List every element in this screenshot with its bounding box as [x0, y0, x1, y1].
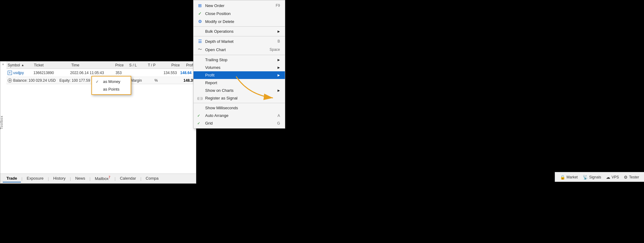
menu-item-new-order-shortcut: F9 [276, 3, 280, 8]
cell-time: 2022.06.14 11:05:43 [70, 71, 107, 75]
tester-icon: ⚙ [624, 175, 628, 180]
summary-percent: % [155, 78, 158, 83]
arrow-right-icon: ▶ [278, 30, 280, 33]
cell-profit: 148.64 [177, 71, 192, 75]
menu-item-new-order-label: New Order [205, 3, 273, 8]
menu-item-show-on-charts-label: Show on Charts [205, 88, 273, 93]
profit-submenu: ✓ as Money ✓ as Points [91, 76, 131, 95]
tab-history[interactable]: History [49, 175, 69, 182]
tab-exposure[interactable]: Exposure [23, 175, 47, 182]
menu-item-depth-of-market-label: Depth of Market [205, 39, 275, 44]
divider-4 [194, 103, 285, 103]
bottom-right-bar: 🔒 Market 📡 Signals ☁ VPS ⚙ Tester [555, 172, 644, 182]
close-button[interactable]: × [1, 62, 5, 66]
as-money-check-icon: ✓ [96, 80, 101, 84]
divider-1 [194, 26, 285, 27]
menu-item-close-position[interactable]: ✓ Close Position [194, 9, 285, 17]
divider-3 [194, 55, 285, 55]
menu-item-trailing-stop-label: Trailing Stop [205, 58, 273, 62]
menu-item-grid-shortcut: G [277, 121, 280, 125]
menu-item-volumes[interactable]: Volumes ▶ [194, 64, 285, 71]
menu-item-auto-arrange-label: Auto Arrange [205, 113, 275, 118]
col-price-header: Price [109, 63, 124, 67]
tab-news[interactable]: News [71, 175, 89, 182]
menu-item-report-label: Report [205, 80, 280, 85]
cell-symbol: ≡ usdjpy [8, 71, 33, 75]
market-button[interactable]: 🔒 Market [560, 175, 578, 180]
divider-2 [194, 36, 285, 36]
menu-item-register-signal[interactable]: ((·)) Register as Signal [194, 94, 285, 102]
menu-item-bulk-operations[interactable]: Bulk Operations ▶ [194, 28, 285, 35]
signals-icon: 📡 [583, 175, 588, 180]
col-ticket-header: Ticket [34, 63, 71, 67]
context-menu: ⊞ New Order F9 ✓ Close Position ⚙ Modify… [193, 0, 285, 129]
menu-item-show-milliseconds[interactable]: Show Milliseconds [194, 104, 285, 112]
chart-icon: 〜 [197, 47, 203, 52]
table-icon: ☰ [197, 39, 203, 44]
grid-check-icon: ✓ [197, 121, 203, 125]
menu-item-report[interactable]: Report [194, 79, 285, 87]
menu-item-new-order[interactable]: ⊞ New Order F9 [194, 2, 285, 9]
col-sl-header: S / L [124, 63, 142, 67]
menu-item-volumes-label: Volumes [205, 65, 273, 70]
menu-item-bulk-operations-label: Bulk Operations [205, 29, 273, 34]
auto-arrange-check-icon: ✓ [197, 114, 203, 118]
submenu-item-as-money-label: as Money [103, 79, 120, 84]
tester-button[interactable]: ⚙ Tester [624, 175, 639, 180]
menu-item-depth-of-market[interactable]: ☰ Depth of Market B [194, 37, 285, 45]
menu-item-modify-delete[interactable]: ⚙ Modify or Delete [194, 17, 285, 25]
menu-item-depth-of-market-shortcut: B [278, 39, 280, 43]
check-icon: ✓ [197, 11, 203, 16]
menu-item-grid-label: Grid [205, 121, 275, 125]
menu-item-register-signal-label: Register as Signal [205, 96, 280, 100]
signal-icon: ((·)) [197, 96, 203, 100]
col-time-header: Time [71, 63, 109, 67]
cell-price2: 134.553 [159, 71, 177, 75]
submenu-item-as-money[interactable]: ✓ as Money [92, 78, 131, 85]
col-symbol-header: Symbol ▲ [8, 63, 34, 67]
bottom-tabs: Trade | Exposure | History | News | Mail… [0, 174, 196, 183]
menu-item-profit[interactable]: Profit ▶ [194, 71, 285, 79]
col-tp-header: T / P [142, 63, 161, 67]
sort-arrow-icon: ▲ [21, 63, 24, 67]
menu-item-open-chart[interactable]: 〜 Open Chart Space [194, 45, 285, 54]
menu-item-show-on-charts[interactable]: Show on Charts ▶ [194, 87, 285, 94]
market-icon: 🔒 [560, 175, 565, 180]
col-profit-header: Profit [180, 63, 195, 67]
cell-ticket: 1366213890 [33, 71, 70, 75]
menu-item-auto-arrange-shortcut: A [278, 114, 280, 118]
tab-company[interactable]: Compa [142, 175, 162, 182]
menu-item-profit-label: Profit [205, 73, 273, 77]
menu-item-grid[interactable]: ✓ Grid G [194, 119, 285, 127]
menu-item-auto-arrange[interactable]: ✓ Auto Arrange A [194, 112, 285, 119]
gear-icon: ⚙ [197, 19, 203, 24]
tab-calendar[interactable]: Calendar [116, 175, 140, 182]
col-price2-header: Price [161, 63, 180, 67]
submenu-item-as-points[interactable]: ✓ as Points [92, 85, 131, 93]
tab-mailbox[interactable]: Mailbox7 [91, 174, 114, 183]
profit-arrow-icon: ▶ [278, 73, 280, 77]
table-header: Symbol ▲ Ticket Time Price S / L T / P P… [6, 62, 196, 69]
tab-trade[interactable]: Trade [3, 175, 21, 182]
cell-price: 353 [107, 71, 122, 75]
submenu-item-as-points-label: as Points [103, 87, 119, 92]
symbol-icon: ≡ [8, 71, 12, 75]
vps-button[interactable]: ☁ VPS [606, 175, 619, 180]
signals-button[interactable]: 📡 Signals [583, 175, 601, 180]
show-on-charts-arrow-icon: ▶ [278, 89, 280, 92]
new-order-icon: ⊞ [197, 3, 203, 8]
mailbox-badge: 7 [109, 176, 110, 179]
menu-item-trailing-stop[interactable]: Trailing Stop ▶ [194, 56, 285, 64]
menu-item-open-chart-label: Open Chart [205, 47, 267, 52]
menu-item-open-chart-shortcut: Space [270, 47, 280, 52]
menu-item-modify-delete-label: Modify or Delete [205, 19, 280, 24]
trailing-stop-arrow-icon: ▶ [278, 58, 280, 62]
expand-button[interactable]: ⊕ [8, 78, 12, 83]
menu-item-close-position-label: Close Position [205, 11, 280, 16]
vps-icon: ☁ [606, 175, 610, 180]
toolbox-label: Toolbox [0, 116, 3, 129]
menu-item-show-milliseconds-label: Show Milliseconds [205, 106, 280, 110]
volumes-arrow-icon: ▶ [278, 66, 280, 69]
